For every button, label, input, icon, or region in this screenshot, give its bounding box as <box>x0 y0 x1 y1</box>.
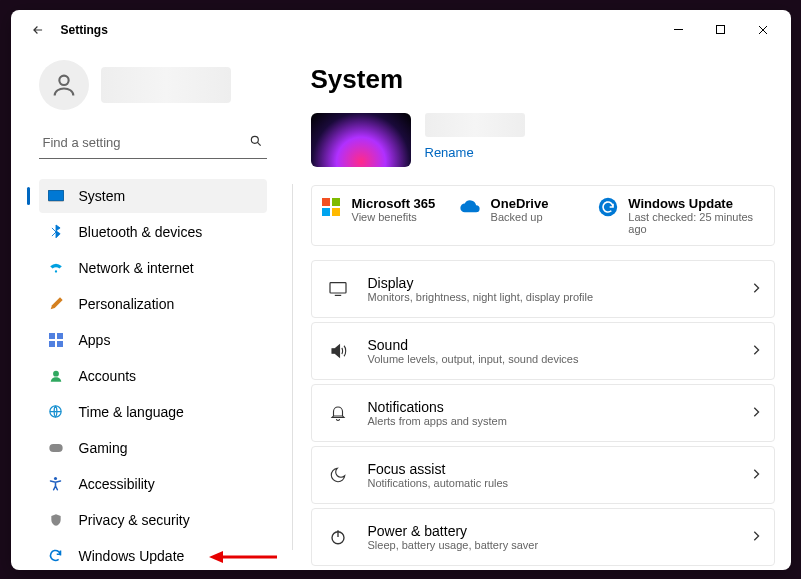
page-title: System <box>311 64 775 95</box>
svg-rect-19 <box>332 208 340 216</box>
content-area: System Bluetooth & devices Network & int… <box>11 50 791 570</box>
sidebar-item-windows-update[interactable]: Windows Update <box>39 539 267 570</box>
status-windows-update[interactable]: Windows Update Last checked: 25 minutes … <box>598 196 766 235</box>
svg-rect-1 <box>717 26 725 34</box>
back-button[interactable] <box>23 15 53 45</box>
close-button[interactable] <box>743 15 783 45</box>
setting-title: Focus assist <box>368 461 509 477</box>
status-title: OneDrive <box>491 196 549 211</box>
setting-power-battery[interactable]: Power & battery Sleep, battery usage, ba… <box>311 508 775 566</box>
window-controls <box>659 15 783 45</box>
sidebar-item-label: Personalization <box>79 296 175 312</box>
search-input[interactable] <box>43 135 249 150</box>
status-sub: Backed up <box>491 211 549 223</box>
accessibility-icon <box>47 475 65 493</box>
bell-icon <box>326 403 350 423</box>
svg-point-3 <box>251 136 258 143</box>
sidebar-item-label: Windows Update <box>79 548 185 564</box>
apps-icon <box>47 331 65 349</box>
search-box[interactable] <box>39 128 267 159</box>
sidebar-item-label: System <box>79 188 126 204</box>
account-icon <box>47 367 65 385</box>
sidebar-item-time-language[interactable]: Time & language <box>39 395 267 429</box>
sidebar-item-personalization[interactable]: Personalization <box>39 287 267 321</box>
setting-sound[interactable]: Sound Volume levels, output, input, soun… <box>311 322 775 380</box>
titlebar: Settings <box>11 10 791 50</box>
setting-sub: Notifications, automatic rules <box>368 477 509 489</box>
wifi-icon <box>47 259 65 277</box>
sidebar-item-apps[interactable]: Apps <box>39 323 267 357</box>
status-cards: Microsoft 365 View benefits OneDrive Bac… <box>311 185 775 246</box>
nav-list: System Bluetooth & devices Network & int… <box>39 179 267 570</box>
svg-rect-11 <box>57 341 63 347</box>
rename-link[interactable]: Rename <box>425 145 474 160</box>
chevron-right-icon <box>752 404 760 422</box>
display-icon <box>326 281 350 297</box>
globe-icon <box>47 403 65 421</box>
svg-rect-9 <box>57 333 63 339</box>
gaming-icon <box>47 439 65 457</box>
sidebar-item-system[interactable]: System <box>39 179 267 213</box>
user-name-placeholder <box>101 67 231 103</box>
shield-icon <box>47 511 65 529</box>
sidebar-item-label: Time & language <box>79 404 184 420</box>
svg-point-12 <box>53 370 59 376</box>
sidebar-item-label: Gaming <box>79 440 128 456</box>
sidebar-item-accounts[interactable]: Accounts <box>39 359 267 393</box>
user-profile[interactable] <box>39 60 267 110</box>
sidebar-item-gaming[interactable]: Gaming <box>39 431 267 465</box>
sidebar-item-label: Apps <box>79 332 111 348</box>
minimize-button[interactable] <box>659 15 699 45</box>
setting-title: Notifications <box>368 399 507 415</box>
svg-point-15 <box>54 477 57 480</box>
setting-title: Power & battery <box>368 523 539 539</box>
main-panel: System Rename Microsoft 365 View benefit… <box>283 50 791 570</box>
search-icon <box>249 134 263 152</box>
setting-focus-assist[interactable]: Focus assist Notifications, automatic ru… <box>311 446 775 504</box>
setting-sub: Monitors, brightness, night light, displ… <box>368 291 594 303</box>
status-title: Microsoft 365 <box>352 196 436 211</box>
status-ms365[interactable]: Microsoft 365 View benefits <box>320 196 449 235</box>
moon-icon <box>326 466 350 484</box>
chevron-right-icon <box>752 528 760 546</box>
device-wallpaper <box>311 113 411 167</box>
chevron-right-icon <box>752 280 760 298</box>
sidebar-item-label: Privacy & security <box>79 512 190 528</box>
status-title: Windows Update <box>628 196 765 211</box>
sidebar: System Bluetooth & devices Network & int… <box>11 50 283 570</box>
sidebar-item-accessibility[interactable]: Accessibility <box>39 467 267 501</box>
setting-sub: Volume levels, output, input, sound devi… <box>368 353 579 365</box>
settings-window: Settings System <box>11 10 791 570</box>
svg-rect-5 <box>48 190 64 201</box>
setting-title: Display <box>368 275 594 291</box>
status-onedrive[interactable]: OneDrive Backed up <box>459 196 588 235</box>
svg-point-7 <box>54 270 56 272</box>
ms365-icon <box>320 196 342 218</box>
sidebar-item-label: Accessibility <box>79 476 155 492</box>
svg-point-2 <box>59 75 68 84</box>
update-status-icon <box>598 196 619 218</box>
sidebar-item-bluetooth[interactable]: Bluetooth & devices <box>39 215 267 249</box>
bluetooth-icon <box>47 223 65 241</box>
sidebar-item-label: Accounts <box>79 368 137 384</box>
svg-rect-14 <box>49 444 62 452</box>
chevron-right-icon <box>752 342 760 360</box>
maximize-button[interactable] <box>701 15 741 45</box>
avatar <box>39 60 89 110</box>
onedrive-icon <box>459 196 481 218</box>
chevron-right-icon <box>752 466 760 484</box>
window-title: Settings <box>61 23 108 37</box>
status-sub: Last checked: 25 minutes ago <box>628 211 765 235</box>
sidebar-item-privacy[interactable]: Privacy & security <box>39 503 267 537</box>
setting-sub: Alerts from apps and system <box>368 415 507 427</box>
svg-rect-17 <box>332 198 340 206</box>
update-icon <box>47 547 65 565</box>
sidebar-item-label: Network & internet <box>79 260 194 276</box>
sidebar-item-network[interactable]: Network & internet <box>39 251 267 285</box>
svg-line-4 <box>257 142 260 145</box>
setting-notifications[interactable]: Notifications Alerts from apps and syste… <box>311 384 775 442</box>
svg-rect-21 <box>330 282 346 292</box>
status-sub: View benefits <box>352 211 436 223</box>
system-icon <box>47 187 65 205</box>
setting-display[interactable]: Display Monitors, brightness, night ligh… <box>311 260 775 318</box>
